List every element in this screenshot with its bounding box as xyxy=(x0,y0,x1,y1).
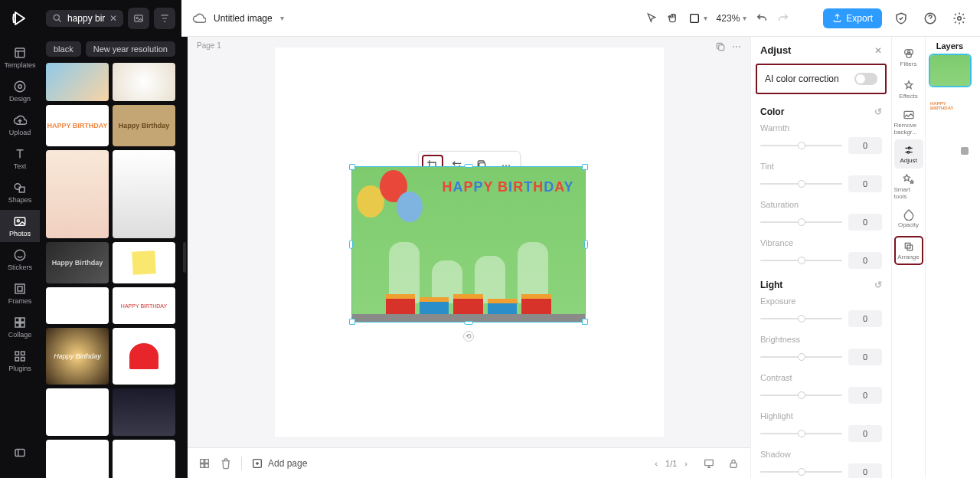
slider-saturation[interactable] xyxy=(760,221,842,223)
slider-value[interactable]: 0 xyxy=(848,387,882,404)
clear-search-icon[interactable]: ✕ xyxy=(109,13,117,24)
zoom-control[interactable]: 423% ▾ xyxy=(717,13,747,24)
help-icon[interactable] xyxy=(920,8,940,28)
app-logo[interactable] xyxy=(11,9,29,28)
rail-collapse[interactable] xyxy=(0,437,40,469)
photo-thumb[interactable] xyxy=(46,388,109,436)
resize-handle-tr[interactable] xyxy=(582,164,588,170)
rail-design[interactable]: Design xyxy=(0,75,40,107)
photo-thumb[interactable] xyxy=(46,63,109,101)
rail-collage[interactable]: Collage xyxy=(0,311,40,343)
search-input[interactable] xyxy=(67,13,105,24)
photo-thumb[interactable] xyxy=(46,150,109,238)
hand-tool-icon[interactable] xyxy=(667,12,679,25)
photo-thumb[interactable] xyxy=(113,388,175,436)
undo-icon[interactable] xyxy=(756,12,768,25)
resize-handle-br[interactable] xyxy=(582,319,588,325)
slider-value[interactable]: 0 xyxy=(848,463,882,478)
lock-icon[interactable] xyxy=(727,457,740,470)
photo-thumb[interactable] xyxy=(113,242,175,283)
slider-shadow[interactable] xyxy=(760,471,842,473)
layer-thumb[interactable] xyxy=(930,126,970,156)
present-icon[interactable] xyxy=(703,457,715,470)
slider-exposure[interactable] xyxy=(760,318,842,319)
chip-new-year[interactable]: New year resolution xyxy=(86,41,175,57)
tool-effects[interactable]: Effects xyxy=(894,75,923,104)
color-section-title: Color xyxy=(760,106,784,117)
resize-handle-b[interactable] xyxy=(464,321,473,325)
close-panel-icon[interactable]: ✕ xyxy=(874,45,882,56)
rail-templates[interactable]: Templates xyxy=(0,41,40,74)
tool-remove-bg[interactable]: Remove backgr... xyxy=(894,107,923,136)
canvas-stage[interactable]: ⋯ HAPPY BIRTHDAY ⟲ xyxy=(188,37,750,447)
rail-text[interactable]: Text xyxy=(0,142,40,175)
slider-value[interactable]: 0 xyxy=(848,310,882,327)
prev-page-icon[interactable]: ‹ xyxy=(655,459,658,468)
adjust-panel: Adjust ✕ AI color correction Color ↺ War… xyxy=(750,37,891,478)
pages-grid-icon[interactable] xyxy=(198,457,211,470)
chevron-down-icon[interactable]: ▾ xyxy=(280,14,284,22)
tool-adjust[interactable]: Adjust xyxy=(894,139,923,169)
resize-handle-t[interactable] xyxy=(464,164,473,168)
ai-color-toggle[interactable] xyxy=(854,73,877,85)
shield-icon[interactable] xyxy=(891,8,911,28)
photo-thumb[interactable] xyxy=(113,150,175,238)
tool-opacity[interactable]: Opacity xyxy=(894,204,923,233)
delete-page-icon[interactable] xyxy=(220,457,232,470)
photo-thumb[interactable]: Happy Birthday xyxy=(46,242,109,283)
rotate-handle[interactable]: ⟲ xyxy=(463,331,474,342)
reset-color-icon[interactable]: ↺ xyxy=(874,106,882,117)
export-button[interactable]: Export xyxy=(823,8,882,28)
settings-icon[interactable] xyxy=(949,8,969,28)
photo-thumb[interactable] xyxy=(46,287,109,324)
resize-handle-l[interactable] xyxy=(349,240,353,249)
photo-thumb[interactable]: Happy Birthday xyxy=(46,328,109,385)
slider-warmth[interactable] xyxy=(760,145,842,146)
slider-brightness[interactable] xyxy=(760,356,842,358)
layer-thumb[interactable] xyxy=(930,55,970,86)
photo-thumb[interactable] xyxy=(113,63,175,101)
slider-contrast[interactable] xyxy=(760,395,842,396)
selected-image[interactable]: HAPPY BIRTHDAY ⟲ xyxy=(351,166,586,322)
resize-handle-r[interactable] xyxy=(584,240,588,249)
tool-smart[interactable]: Smart tools xyxy=(894,172,923,201)
rail-frames[interactable]: Frames xyxy=(0,277,40,309)
slider-vibrance[interactable] xyxy=(760,260,842,261)
panel-resize-handle[interactable] xyxy=(181,37,188,478)
photo-thumb[interactable]: HAPPY BIRTHDAY xyxy=(113,287,175,324)
rail-upload[interactable]: Upload xyxy=(0,109,40,141)
doc-title[interactable]: Untitled image xyxy=(214,13,273,24)
slider-value[interactable]: 0 xyxy=(848,214,882,231)
add-page-button[interactable]: Add page xyxy=(251,457,307,470)
slider-value[interactable]: 0 xyxy=(848,425,882,442)
photo-thumb[interactable]: HAPPY BIRTHDAY xyxy=(46,105,109,146)
rail-photos[interactable]: Photos xyxy=(0,210,40,242)
rail-plugins[interactable]: Plugins xyxy=(0,345,40,377)
svg-rect-20 xyxy=(15,352,19,355)
photo-thumb[interactable] xyxy=(113,328,175,385)
slider-value[interactable]: 0 xyxy=(848,137,882,154)
tool-arrange[interactable]: Arrange xyxy=(894,236,923,265)
artboard[interactable]: ⋯ HAPPY BIRTHDAY ⟲ xyxy=(275,47,664,437)
pointer-tool-icon[interactable] xyxy=(645,12,658,25)
filter-icon[interactable] xyxy=(154,8,175,29)
resize-handle-bl[interactable] xyxy=(349,319,355,325)
slider-tint[interactable] xyxy=(760,183,842,185)
tool-filters[interactable]: Filters xyxy=(894,43,923,72)
next-page-icon[interactable]: › xyxy=(684,459,688,468)
reset-light-icon[interactable]: ↺ xyxy=(874,280,882,290)
photo-thumb[interactable]: Happy Birthday xyxy=(113,105,175,146)
slider-value[interactable]: 0 xyxy=(848,349,882,365)
image-search-icon[interactable] xyxy=(128,8,149,29)
chip-black[interactable]: black xyxy=(46,41,81,57)
layer-thumb[interactable]: HAPPY BIRTHDAY xyxy=(930,90,970,121)
photo-thumb[interactable] xyxy=(113,440,175,478)
resize-menu[interactable]: ▾ xyxy=(688,12,707,25)
photo-thumb[interactable] xyxy=(46,440,109,478)
resize-handle-tl[interactable] xyxy=(349,164,355,170)
slider-value[interactable]: 0 xyxy=(848,175,882,192)
slider-value[interactable]: 0 xyxy=(848,252,882,269)
rail-shapes[interactable]: Shapes xyxy=(0,176,40,208)
slider-highlight[interactable] xyxy=(760,433,842,434)
rail-stickers[interactable]: Stickers xyxy=(0,244,40,276)
